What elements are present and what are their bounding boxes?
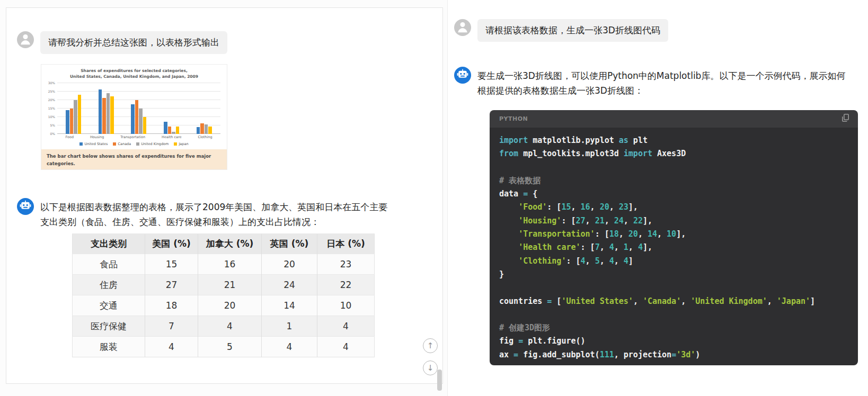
code-line: # 表格数据 [499,174,848,187]
right-assistant-message-row: 要生成一张3D折线图，可以使用Python中的Matplotlib库。以下是一个… [454,67,852,98]
chart-y-tick-label: 15% [43,106,55,110]
bar [107,93,110,134]
chart-image-attachment[interactable]: Shares of expenditures for selected cate… [41,64,227,170]
table-cell: 1 [262,316,317,337]
bar [197,127,200,134]
code-line [499,281,848,294]
code-line: import matplotlib.pyplot as plt [499,134,848,147]
legend-swatch [174,142,177,146]
bar [164,122,167,133]
copy-code-button[interactable] [840,113,851,125]
code-line: data = { [499,187,848,201]
chart-x-axis-labels: FoodHousingTransportationHealth careClot… [57,135,220,139]
arrow-up-icon: ↑ [427,341,434,350]
table-cell: 20 [198,295,262,316]
bar [168,127,172,134]
assistant-avatar [17,198,34,215]
table-cell: 16 [198,254,262,275]
assistant-message-text: 要生成一张3D折线图，可以使用Python中的Matplotlib库。以下是一个… [477,69,852,98]
bar [66,110,69,134]
robot-icon [17,197,34,216]
person-icon [17,30,34,49]
table-cell: 4 [262,337,317,357]
bar-group [66,83,81,134]
arrow-down-icon: ↓ [427,363,434,373]
chart-y-tick-label: 30% [43,81,55,85]
chart-x-tick-label: Clothing [198,135,212,139]
scroll-to-top-button[interactable]: ↑ [423,338,438,353]
expenditure-table-body: 食品15162023住房27212422交通18201410医疗保健7414服装… [73,254,375,357]
legend-swatch [113,142,116,146]
table-cell: 5 [198,337,262,357]
legend-label: Japan [179,142,188,146]
table-header-cell: 美国 (%) [145,234,198,254]
table-cell: 20 [262,254,317,275]
code-content: import matplotlib.pyplot as pltfrom mpl_… [490,128,858,365]
code-line: } [499,268,848,281]
code-language-label: PYTHON [499,115,528,122]
chart-bars [57,83,220,134]
user-message-bubble: 请根据该表格数据，生成一张3D折线图代码 [477,19,668,42]
chart-legend: United StatesCanadaUnited KingdomJapan [41,142,227,146]
table-cell: 23 [317,254,375,275]
scrollbar-thumb[interactable] [437,370,442,391]
legend-swatch [79,142,83,146]
code-line: ax = fig.add_subplot(111, projection='3d… [499,348,848,362]
bar [110,96,114,133]
table-cell: 22 [317,275,375,295]
table-cell: 7 [145,316,198,337]
user-message-bubble: 请帮我分析并总结这张图，以表格形式输出 [40,31,227,54]
chart-plot-area: 0%5%10%15%20%25%30% [57,83,220,134]
chart-y-tick-label: 25% [43,89,55,93]
chart-x-tick-label: Health care [162,135,182,139]
left-assistant-message-row: 以下是根据图表数据整理的表格，展示了2009年美国、加拿大、英国和日本在五个主要… [17,198,391,229]
chart-x-tick-label: Transportation [120,135,145,139]
user-avatar [17,31,34,48]
code-line [499,161,848,174]
code-line: fig = plt.figure() [499,335,848,348]
bar [74,100,77,134]
chart-caption: The bar chart below shows shares of expe… [41,149,227,170]
bar [143,117,147,134]
right-user-message-row: 请根据该表格数据，生成一张3D折线图代码 [454,19,668,42]
scroll-to-bottom-button[interactable]: ↓ [423,361,438,375]
right-chat-panel: 请根据该表格数据，生成一张3D折线图代码 要生成一张3D折线图，可以使用Pyth… [447,0,868,396]
code-line: countries = ['United States', 'Canada', … [499,295,848,308]
table-cell: 食品 [73,254,145,275]
code-line: from mpl_toolkits.mplot3d import Axes3D [499,147,848,160]
bar-group [197,83,212,134]
bar [70,109,74,134]
person-icon [454,18,471,37]
code-line: 'Clothing': [4, 5, 4, 4] [499,255,848,268]
table-row: 服装4544 [73,337,375,357]
code-line: 'Health care': [7, 4, 1, 4], [499,241,848,254]
table-row: 住房27212422 [73,275,375,295]
assistant-avatar [454,67,471,84]
user-avatar [454,19,471,36]
bar [205,124,208,134]
bar [99,89,102,133]
table-cell: 服装 [73,337,145,357]
bar [135,100,139,134]
table-cell: 10 [317,295,375,316]
chart-x-tick-label: Housing [90,135,104,139]
expenditure-table-head: 支出类别美国 (%)加拿大 (%)英国 (%)日本 (%) [73,234,375,254]
left-user-message-row: 请帮我分析并总结这张图，以表格形式输出 [17,31,227,54]
legend-label: Canada [118,142,131,146]
code-line: # 创建3D图形 [499,321,848,335]
table-cell: 住房 [73,275,145,295]
table-cell: 18 [145,295,198,316]
table-row: 食品15162023 [73,254,375,275]
table-cell: 医疗保健 [73,316,145,337]
table-cell: 27 [145,275,198,295]
python-code-block: PYTHON import matplotlib.pyplot as pltfr… [490,110,858,365]
code-block-header: PYTHON [490,110,858,128]
table-cell: 15 [145,254,198,275]
legend-item: Canada [113,142,131,146]
table-header-cell: 日本 (%) [317,234,375,254]
chart-x-tick-label: Food [65,135,74,139]
table-header-cell: 加拿大 (%) [198,234,262,254]
bar [78,95,82,134]
table-row: 医疗保健7414 [73,316,375,337]
left-chat-panel: 请帮我分析并总结这张图，以表格形式输出 Shares of expenditur… [6,7,443,384]
